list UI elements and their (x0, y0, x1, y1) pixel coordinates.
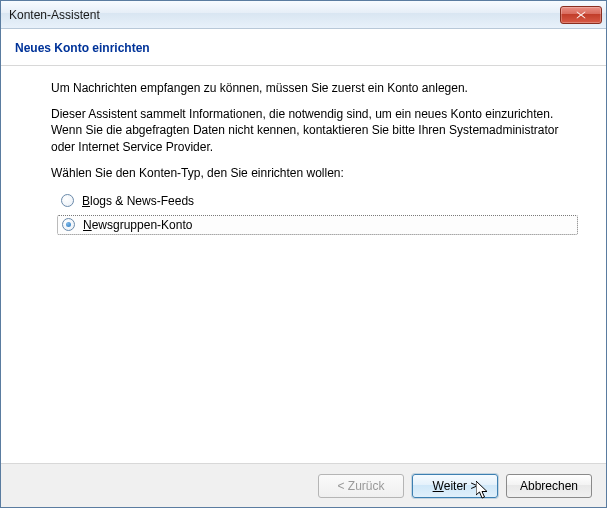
cancel-button[interactable]: Abbrechen (506, 474, 592, 498)
option-newsgroup[interactable]: Newsgruppen-Konto (57, 215, 578, 235)
radio-blogs-feeds[interactable] (61, 194, 74, 207)
account-type-options: Blogs & News-Feeds Newsgruppen-Konto (51, 191, 578, 235)
wizard-footer: < Zurück Weiter > Abbrechen (1, 463, 606, 507)
window-title: Konten-Assistent (9, 8, 100, 22)
option-blogs-feeds[interactable]: Blogs & News-Feeds (57, 191, 578, 211)
intro-text: Um Nachrichten empfangen zu können, müss… (51, 80, 578, 96)
option-newsgroup-label: Newsgruppen-Konto (83, 217, 192, 233)
titlebar: Konten-Assistent (1, 1, 606, 29)
close-icon (576, 11, 586, 19)
close-button[interactable] (560, 6, 602, 24)
back-button: < Zurück (318, 474, 404, 498)
wizard-window: Konten-Assistent Neues Konto einrichten … (0, 0, 607, 508)
prompt-text: Wählen Sie den Konten-Typ, den Sie einri… (51, 165, 578, 181)
wizard-body: Um Nachrichten empfangen zu können, müss… (1, 66, 606, 463)
page-heading: Neues Konto einrichten (15, 41, 592, 55)
description-text: Dieser Assistent sammelt Informationen, … (51, 106, 578, 155)
next-button[interactable]: Weiter > (412, 474, 498, 498)
wizard-header: Neues Konto einrichten (1, 29, 606, 66)
option-blogs-feeds-label: Blogs & News-Feeds (82, 193, 194, 209)
radio-newsgroup[interactable] (62, 218, 75, 231)
